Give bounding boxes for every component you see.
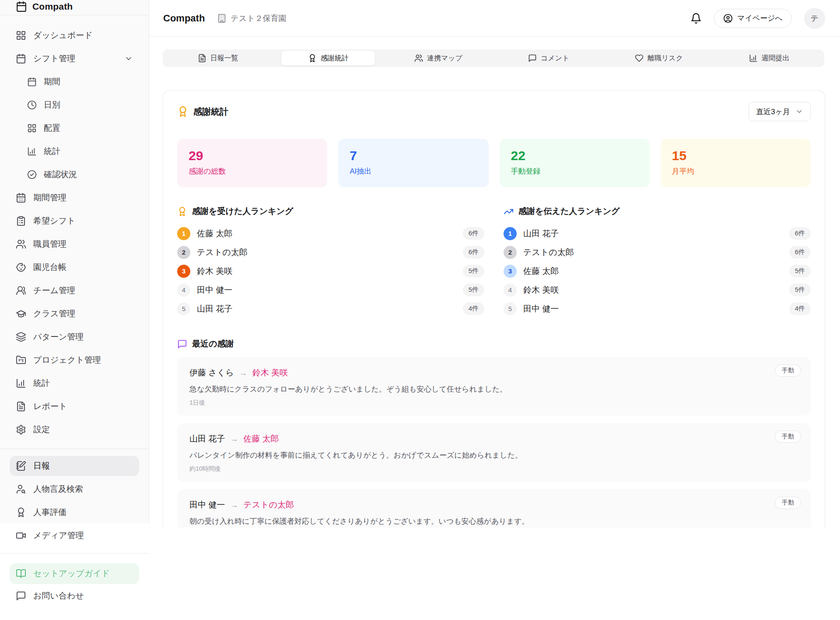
sidebar-item-label: 期間 bbox=[44, 76, 60, 88]
rank-badge: 5 bbox=[504, 302, 517, 315]
sidebar-item-period-management[interactable]: 期間管理 bbox=[10, 186, 139, 209]
sidebar-item-shift-requests[interactable]: 希望シフト bbox=[10, 209, 139, 232]
sidebar-subitem-period[interactable]: 期間 bbox=[10, 70, 139, 93]
ranking-name: 山田 花子 bbox=[197, 303, 232, 315]
sidebar-item-children-register[interactable]: 園児台帳 bbox=[10, 256, 139, 279]
sidebar-item-team-management[interactable]: チーム管理 bbox=[10, 279, 139, 302]
manual-badge: 手動 bbox=[775, 431, 801, 443]
sidebar-item-label: ダッシュボード bbox=[33, 30, 93, 41]
ranking-count-badge: 5件 bbox=[789, 284, 811, 296]
gratitude-from-name: 伊藤 さくら bbox=[189, 367, 234, 378]
message-square-icon bbox=[528, 54, 537, 63]
organization-name: テスト２保育園 bbox=[217, 13, 286, 24]
ranking-row: 2 テストの太郎 6件 bbox=[177, 243, 484, 262]
ranking-count-badge: 5件 bbox=[463, 265, 484, 277]
tab-gratitude-statistics[interactable]: 感謝統計 bbox=[281, 51, 375, 66]
tab-label: 週間提出 bbox=[762, 54, 790, 63]
ranking-count-badge: 6件 bbox=[789, 246, 811, 259]
sidebar-item-setup-guide[interactable]: セットアップガイド bbox=[10, 563, 139, 584]
stat-value: 29 bbox=[189, 148, 316, 163]
check-circle-icon bbox=[27, 170, 37, 179]
tab-bar: 日報一覧 感謝統計 連携マップ コメント 離職リスク 週間提出 bbox=[163, 49, 824, 67]
gratitude-from-name: 田中 健一 bbox=[189, 499, 225, 511]
sidebar-item-dashboard[interactable]: ダッシュボード bbox=[10, 24, 139, 47]
top-header: Compath テスト２保育園 マイページへ テ bbox=[149, 0, 840, 37]
user-circle-icon bbox=[723, 14, 733, 23]
gratitude-to-name[interactable]: テストの太郎 bbox=[243, 499, 294, 511]
sidebar-item-daily-report[interactable]: 日報 bbox=[10, 456, 139, 476]
sidebar-item-label: 配置 bbox=[44, 123, 60, 134]
sidebar-subitem-daily[interactable]: 日別 bbox=[10, 93, 139, 116]
gear-icon bbox=[16, 424, 26, 435]
mypage-button[interactable]: マイページへ bbox=[714, 9, 792, 28]
sidebar-item-media-management[interactable]: メディア管理 bbox=[10, 524, 139, 547]
received-ranking: 感謝を受けた人ランキング 1 佐藤 太郎 6件 2 テストの太郎 6件 3 鈴木… bbox=[177, 206, 484, 318]
ranking-name: 鈴木 美咲 bbox=[197, 266, 232, 277]
user-search-icon bbox=[16, 484, 26, 494]
mypage-button-label: マイページへ bbox=[737, 13, 783, 23]
file-text-icon bbox=[16, 401, 26, 412]
arrow-right-glyph: → bbox=[239, 368, 247, 378]
rank-badge: 2 bbox=[177, 246, 190, 259]
sidebar-item-report[interactable]: レポート bbox=[10, 395, 139, 418]
ranking-count-badge: 6件 bbox=[789, 227, 811, 240]
stat-card-ai-extracted: 7 AI抽出 bbox=[338, 139, 488, 187]
ranking-row: 1 佐藤 太郎 6件 bbox=[177, 224, 484, 243]
trending-up-icon bbox=[504, 207, 514, 217]
tab-collaboration-map[interactable]: 連携マップ bbox=[392, 51, 485, 66]
gratitude-card: 山田 花子 → 佐藤 太郎 バレンタイン制作の材料を事前に揃えてくれてありがとう… bbox=[177, 423, 811, 482]
sidebar-item-pattern-management[interactable]: パターン管理 bbox=[10, 325, 139, 348]
sidebar-item-class-management[interactable]: クラス管理 bbox=[10, 302, 139, 325]
panel-title-text: 感謝統計 bbox=[193, 106, 228, 118]
sidebar-item-settings[interactable]: 設定 bbox=[10, 418, 139, 441]
rank-badge: 2 bbox=[504, 246, 517, 259]
gratitude-to-name[interactable]: 佐藤 太郎 bbox=[243, 433, 279, 445]
sidebar-subitem-confirmation-status[interactable]: 確認状況 bbox=[10, 163, 139, 186]
stat-label: AI抽出 bbox=[350, 166, 477, 176]
rank-badge: 5 bbox=[177, 302, 190, 315]
tab-daily-report-list[interactable]: 日報一覧 bbox=[171, 51, 265, 66]
period-filter-dropdown[interactable]: 直近3ヶ月 bbox=[749, 102, 811, 121]
heart-icon bbox=[635, 54, 644, 63]
avatar[interactable]: テ bbox=[804, 8, 825, 29]
calendar-icon bbox=[27, 77, 37, 87]
sidebar-subitem-statistics[interactable]: 統計 bbox=[10, 140, 139, 163]
recent-gratitude-title: 最近の感謝 bbox=[177, 338, 811, 350]
ranking-count-badge: 4件 bbox=[789, 302, 811, 315]
sidebar-item-label: チーム管理 bbox=[33, 285, 75, 296]
tab-comments[interactable]: コメント bbox=[502, 51, 595, 66]
sidebar-logo[interactable]: Compath bbox=[0, 0, 149, 15]
sidebar-subitem-assignment[interactable]: 配置 bbox=[10, 116, 139, 140]
sidebar-item-statistics[interactable]: 統計 bbox=[10, 371, 139, 395]
organization-label: テスト２保育園 bbox=[231, 13, 286, 24]
sidebar-item-staff-management[interactable]: 職員管理 bbox=[10, 232, 139, 256]
tab-weekly-submission[interactable]: 週間提出 bbox=[722, 51, 816, 66]
sidebar-item-label: 日別 bbox=[44, 99, 60, 111]
gratitude-from-name: 山田 花子 bbox=[189, 433, 225, 445]
calendar-days-icon bbox=[16, 193, 26, 203]
tab-turnover-risk[interactable]: 離職リスク bbox=[612, 51, 706, 66]
ranking-row: 2 テストの太郎 6件 bbox=[504, 243, 811, 262]
sidebar-item-hr-evaluation[interactable]: 人事評価 bbox=[10, 501, 139, 524]
ranking-name: 鈴木 美咲 bbox=[523, 284, 559, 296]
award-icon bbox=[16, 507, 26, 518]
sidebar-item-label: プロジェクト管理 bbox=[33, 354, 101, 366]
sidebar-item-project-management[interactable]: プロジェクト管理 bbox=[10, 348, 139, 371]
sidebar-item-shift-management[interactable]: シフト管理 bbox=[10, 47, 139, 70]
file-text-icon bbox=[198, 54, 206, 63]
sidebar-item-label: 人物言及検索 bbox=[33, 483, 83, 495]
bell-icon[interactable] bbox=[690, 13, 702, 24]
ranking-row: 4 田中 健一 5件 bbox=[177, 280, 484, 299]
sidebar-item-contact[interactable]: お問い合わせ bbox=[10, 584, 139, 607]
app-logo-text: Compath bbox=[32, 1, 73, 12]
sidebar-item-label: お問い合わせ bbox=[33, 590, 84, 602]
ranking-row: 3 鈴木 美咲 5件 bbox=[177, 262, 484, 280]
stat-label: 感謝の総数 bbox=[189, 166, 316, 176]
ranking-count-badge: 4件 bbox=[463, 302, 484, 315]
sidebar-item-person-mention-search[interactable]: 人物言及検索 bbox=[10, 477, 139, 501]
ranking-count-badge: 5件 bbox=[789, 265, 811, 277]
ranking-count-badge: 6件 bbox=[463, 227, 484, 240]
gratitude-to-name[interactable]: 鈴木 美咲 bbox=[252, 367, 288, 378]
stat-value: 22 bbox=[511, 148, 638, 163]
folder-icon bbox=[16, 355, 26, 365]
